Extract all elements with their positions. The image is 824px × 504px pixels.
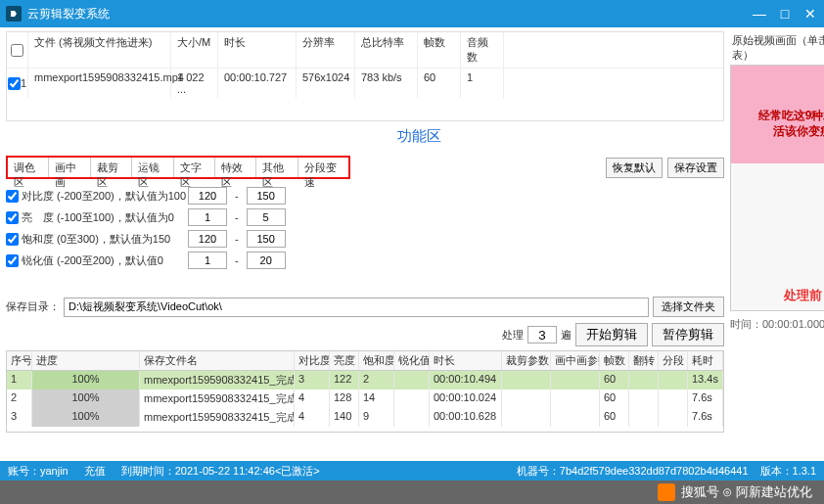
file-grid: 文件 (将视频文件拖进来) 大小/M 时长 分辨率 总比特率 帧数 音频数 1 … <box>6 31 724 121</box>
param-label: 锐化值 (-200至200)，默认值0 <box>22 253 188 268</box>
tab-3[interactable]: 运镜区 <box>132 158 173 177</box>
window-buttons: — □ ✕ <box>752 6 818 22</box>
task-grid: 序号 进度 保存文件名 对比度 亮度 饱和度 锐化值 时长 裁剪参数 画中画参数… <box>6 350 724 433</box>
task-row[interactable]: 2100%mmexport1595908332415_完成_2.r1324128… <box>7 389 723 408</box>
param-label: 亮 度 (-100至100)，默认值为0 <box>22 210 188 225</box>
titlebar: 云剪辑裂变系统 — □ ✕ <box>0 0 824 27</box>
col-size: 大小/M <box>171 32 218 68</box>
param-check-0[interactable] <box>6 190 19 203</box>
param-label: 饱和度 (0至300)，默认值为150 <box>22 232 188 247</box>
watermark-icon <box>658 483 675 501</box>
save-dir-input[interactable] <box>64 298 649 317</box>
tab-1[interactable]: 画中画 <box>49 158 90 177</box>
param-check-3[interactable] <box>6 254 19 267</box>
account-name: yanjin <box>40 465 69 477</box>
expire-time: 2021-05-22 11:42:46<已激活> <box>175 465 320 477</box>
restore-defaults-button[interactable]: 恢复默认 <box>606 158 663 178</box>
param-min-3[interactable] <box>188 252 227 269</box>
param-label: 对比度 (-200至200)，默认值为100 <box>22 189 188 204</box>
save-settings-button[interactable]: 保存设置 <box>667 158 724 178</box>
status-bar: 账号：yanjin 充值 到期时间：2021-05-22 11:42:46<已激… <box>0 461 824 481</box>
tab-6[interactable]: 其他区 <box>256 158 298 177</box>
browse-folder-button[interactable]: 选择文件夹 <box>653 297 724 317</box>
app-icon <box>6 6 22 22</box>
row-checkbox[interactable] <box>8 77 21 90</box>
tab-5[interactable]: 特效区 <box>215 158 256 177</box>
function-area-label: 功能区 <box>114 127 724 146</box>
param-max-2[interactable] <box>247 230 286 248</box>
recharge-link[interactable]: 充值 <box>84 464 106 479</box>
tab-4[interactable]: 文字区 <box>174 158 215 177</box>
param-max-3[interactable] <box>247 252 286 269</box>
process-unit: 遍 <box>561 328 572 343</box>
preview-original[interactable]: 经常吃这9种水果 活该你变瘦 处理前 <box>730 65 824 311</box>
col-audio: 音频数 <box>461 32 504 68</box>
col-resolution: 分辨率 <box>297 32 355 68</box>
app-title: 云剪辑裂变系统 <box>27 6 752 23</box>
task-grid-header: 序号 进度 保存文件名 对比度 亮度 饱和度 锐化值 时长 裁剪参数 画中画参数… <box>7 351 723 371</box>
col-bitrate: 总比特率 <box>355 32 418 68</box>
col-file: 文件 (将视频文件拖进来) <box>28 32 171 68</box>
watermark: 搜狐号 ⊙ 阿新建站优化 <box>0 481 824 504</box>
preview-original-header: 原始视频画面（单击原视频列表） <box>730 31 824 65</box>
tab-7[interactable]: 分段变速 <box>298 158 348 177</box>
tab-2[interactable]: 裁剪区 <box>91 158 132 177</box>
params-panel: 对比度 (-200至200)，默认值为100-亮 度 (-100至100)，默认… <box>6 185 724 271</box>
machine-id: 7b4d2f579dee332dd87d7802b4d46441 <box>560 465 749 477</box>
process-count-input[interactable] <box>527 326 557 344</box>
col-fps: 帧数 <box>418 32 461 68</box>
start-button[interactable]: 开始剪辑 <box>575 323 648 346</box>
task-row[interactable]: 3100%mmexport1595908332415_完成_3.r1274140… <box>7 408 723 427</box>
col-duration: 时长 <box>218 32 297 68</box>
save-dir-label: 保存目录： <box>6 299 60 314</box>
version: 1.3.1 <box>793 465 816 477</box>
caption-before: 处理前 <box>731 287 824 304</box>
param-check-1[interactable] <box>6 211 19 224</box>
param-min-2[interactable] <box>188 230 227 248</box>
file-row[interactable]: 1 mmexport1595908332415.mp4 1 022 ... 00… <box>7 69 723 98</box>
preview-text: 经常吃这9种水果 活该你变瘦 <box>731 109 824 139</box>
preview-time-1: 时间：00:00:01.000 <box>730 317 824 332</box>
param-max-1[interactable] <box>247 208 286 226</box>
select-all-checkbox[interactable] <box>11 44 23 57</box>
function-tabs: 调色区画中画裁剪区运镜区文字区特效区其他区分段变速 <box>6 156 350 179</box>
maximize-button[interactable]: □ <box>777 6 793 22</box>
close-button[interactable]: ✕ <box>802 6 818 22</box>
param-check-2[interactable] <box>6 233 19 246</box>
param-min-1[interactable] <box>188 208 227 226</box>
file-grid-header: 文件 (将视频文件拖进来) 大小/M 时长 分辨率 总比特率 帧数 音频数 <box>7 32 723 69</box>
tab-0[interactable]: 调色区 <box>8 158 49 177</box>
pause-button[interactable]: 暂停剪辑 <box>652 323 724 346</box>
process-label: 处理 <box>502 328 524 343</box>
minimize-button[interactable]: — <box>752 6 767 22</box>
task-row[interactable]: 1100%mmexport1595908332415_完成_1.r1223122… <box>7 371 723 389</box>
